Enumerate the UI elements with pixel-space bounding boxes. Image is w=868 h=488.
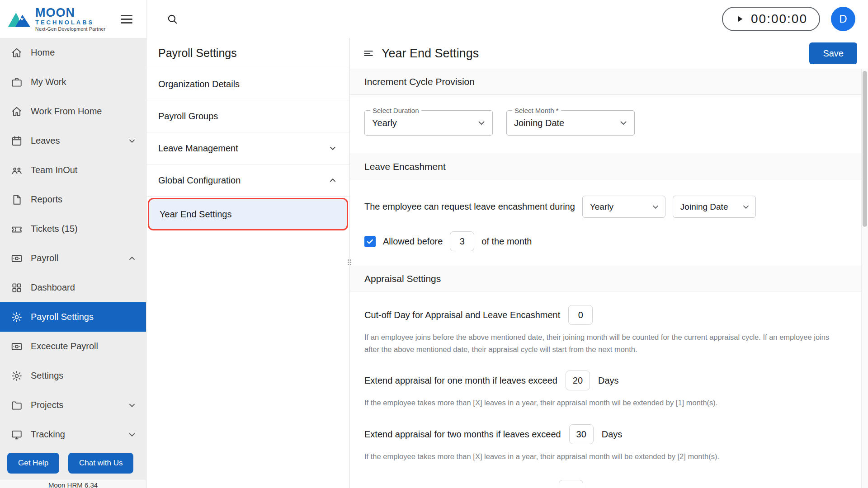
sidebar-item-leaves[interactable]: Leaves — [0, 126, 146, 155]
month-select-label: Select Month * — [512, 107, 561, 114]
extend-one-help-text: If the employee takes more than [X] leav… — [364, 397, 847, 409]
chevron-up-icon — [328, 175, 338, 185]
panel-title: Payroll Settings — [146, 38, 349, 68]
duration-select-value: Yearly — [372, 118, 397, 128]
moon-technolabs-logo[interactable]: MOON TECHNOLABS Next-Gen Development Par… — [6, 6, 105, 32]
document-icon — [11, 194, 23, 206]
encashment-duration-value: Yearly — [590, 202, 613, 212]
scrollbar-thumb[interactable] — [863, 71, 867, 227]
folder-icon — [11, 399, 23, 411]
page-title: Year End Settings — [382, 47, 479, 61]
increment-month-select[interactable]: Select Month * Joining Date — [506, 110, 635, 136]
chevron-down-icon — [741, 202, 751, 212]
chevron-up-icon — [127, 253, 137, 263]
sidebar-item-tickets-15[interactable]: Tickets (15) — [0, 214, 146, 244]
sidebar-item-label: Payroll Settings — [31, 312, 94, 322]
sidebar-item-payroll[interactable]: Payroll — [0, 244, 146, 273]
of-month-label: of the month — [481, 236, 532, 247]
extend-two-label: Extend appraisal for two months if leave… — [364, 429, 561, 440]
monitor-icon — [11, 429, 23, 441]
sidebar-item-label: Dashboard — [31, 282, 75, 293]
extend-two-input[interactable] — [569, 424, 594, 444]
people-icon — [11, 164, 23, 176]
sidebar-item-settings[interactable]: Settings — [0, 361, 146, 390]
sidebar-item-dashboard[interactable]: Dashboard — [0, 273, 146, 302]
menu-toggle-icon[interactable] — [119, 13, 134, 25]
sidebar-item-my-work[interactable]: My Work — [0, 67, 146, 97]
settings-item-label: Year End Settings — [160, 209, 231, 220]
sidebar-item-payroll-settings[interactable]: Payroll Settings — [0, 302, 146, 332]
panel-resize-handle[interactable] — [348, 259, 352, 265]
sidebar-item-work-from-home[interactable]: Work From Home — [0, 97, 146, 126]
partial-input[interactable] — [559, 480, 583, 488]
timer-value: 00:00:00 — [751, 12, 807, 26]
encashment-month-select[interactable]: Joining Date — [673, 196, 756, 218]
app-version: Moon HRM 6.34 — [0, 479, 146, 488]
sidebar-item-label: Team InOut — [31, 165, 77, 175]
sidebar-item-home[interactable]: Home — [0, 38, 146, 67]
settings-item-label: Leave Management — [158, 143, 238, 154]
logo-subtitle: TECHNOLABS — [35, 19, 105, 26]
save-button[interactable]: Save — [809, 42, 857, 64]
sidebar-item-reports[interactable]: Reports — [0, 185, 146, 214]
increment-section: Select Duration Yearly Select Month * Jo… — [350, 95, 861, 154]
settings-item-organization-details[interactable]: Organization Details — [146, 68, 349, 100]
extend-one-input[interactable] — [566, 371, 590, 390]
sidebar-item-label: Projects — [31, 400, 63, 410]
allowed-before-label: Allowed before — [383, 236, 443, 247]
sidebar-nav-list: HomeMy WorkWork From HomeLeavesTeam InOu… — [0, 38, 146, 449]
main-scroll-area: Increment Cycle Provision Select Duratio… — [350, 69, 861, 488]
play-icon[interactable] — [735, 14, 745, 24]
sidebar-item-team-inout[interactable]: Team InOut — [0, 155, 146, 185]
settings-item-leave-management[interactable]: Leave Management — [146, 132, 349, 164]
gear-icon — [11, 370, 23, 382]
allowed-before-checkbox[interactable] — [364, 236, 376, 247]
main-scrollbar[interactable] — [861, 69, 868, 488]
encashment-duration-select[interactable]: Yearly — [582, 196, 665, 218]
sidebar-item-label: Tracking — [31, 429, 65, 440]
sidebar-footer: Get Help Chat with Us — [0, 449, 146, 479]
settings-item-year-end-settings[interactable]: Year End Settings — [148, 198, 348, 230]
payroll-icon — [11, 253, 23, 264]
chat-with-us-button[interactable]: Chat with Us — [68, 453, 133, 474]
user-avatar[interactable]: D — [831, 7, 855, 31]
section-header-increment: Increment Cycle Provision — [350, 69, 861, 95]
sidebar-item-label: Excecute Payroll — [31, 341, 98, 352]
briefcase-icon — [11, 76, 23, 88]
partial-field-row — [559, 480, 847, 488]
chevron-down-icon — [618, 117, 629, 128]
calendar-icon — [11, 135, 23, 147]
cutoff-help-text: If an employee joins before the above me… — [364, 331, 847, 355]
section-header-leave-encashment: Leave Encashment — [350, 154, 861, 179]
logo-tagline: Next-Gen Development Partner — [35, 27, 105, 32]
extend-two-unit: Days — [602, 429, 623, 440]
get-help-button[interactable]: Get Help — [7, 453, 59, 474]
main-header: Year End Settings Save — [350, 38, 868, 69]
allowed-before-input[interactable] — [450, 231, 474, 251]
settings-item-payroll-groups[interactable]: Payroll Groups — [146, 100, 349, 132]
cutoff-day-input[interactable] — [568, 305, 593, 325]
topbar: MOON TECHNOLABS Next-Gen Development Par… — [0, 0, 868, 38]
extend-two-help-text: If the employee takes more than [X] leav… — [364, 450, 847, 463]
encashment-request-row: The employee can request leave encashmen… — [364, 196, 847, 218]
increment-duration-select[interactable]: Select Duration Yearly — [364, 110, 493, 136]
sidebar-item-label: Tickets (15) — [31, 224, 78, 234]
encashment-month-value: Joining Date — [680, 202, 728, 212]
sidebar-item-tracking[interactable]: Tracking — [0, 420, 146, 449]
settings-item-label: Organization Details — [158, 79, 240, 89]
sidebar-item-label: Home — [31, 47, 55, 58]
home-icon — [11, 47, 23, 59]
month-select-value: Joining Date — [514, 118, 564, 128]
logo-brand: MOON — [35, 6, 105, 19]
timer-widget[interactable]: 00:00:00 — [722, 7, 820, 31]
main-content: Year End Settings Save Increment Cycle P… — [350, 38, 868, 488]
section-header-appraisal: Appraisal Settings — [350, 266, 861, 291]
settings-item-global-configuration[interactable]: Global Configuration — [146, 164, 349, 197]
sidebar: HomeMy WorkWork From HomeLeavesTeam InOu… — [0, 38, 146, 488]
sidebar-item-excecute-payroll[interactable]: Excecute Payroll — [0, 332, 146, 361]
sidebar-item-projects[interactable]: Projects — [0, 390, 146, 420]
sidebar-item-label: Work From Home — [31, 106, 102, 117]
search-icon[interactable] — [166, 13, 178, 25]
sidebar-item-label: Reports — [31, 194, 62, 205]
allowed-before-row: Allowed before of the month — [364, 231, 847, 251]
